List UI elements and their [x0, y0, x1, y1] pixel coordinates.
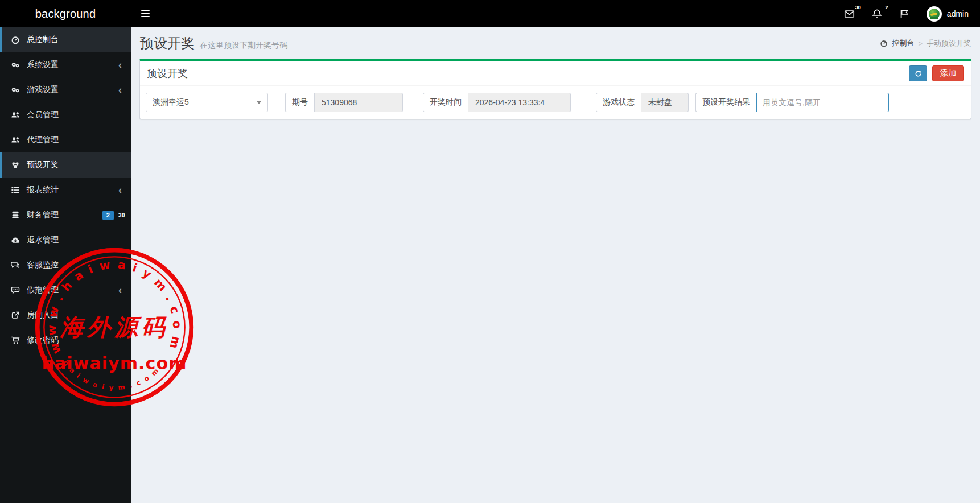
add-button[interactable]: 添加	[932, 65, 964, 81]
sidebar-item-room-entrance[interactable]: 房间入口	[0, 303, 131, 328]
finance-count-badge-2: 30	[118, 212, 125, 218]
breadcrumb: 控制台 > 手动预设开奖	[880, 38, 971, 48]
sidebar-item-fake-drag[interactable]: 假拖管理 ‹	[0, 278, 131, 303]
chevron-left-icon: ‹	[118, 185, 122, 195]
content-header: 预设开奖 在这里预设下期开奖号码 控制台 > 手动预设开奖	[131, 27, 980, 59]
sidebar-item-agents[interactable]: 代理管理	[0, 127, 131, 152]
refresh-icon	[915, 70, 922, 77]
top-navbar: background 30 2 admin	[0, 0, 980, 27]
page-title: 预设开奖	[140, 34, 195, 52]
dashboard-icon	[10, 35, 20, 45]
draw-time-label: 开奖时间	[423, 93, 468, 112]
sidebar-menu: 总控制台 系统设置 ‹ 游戏设置 ‹ 会员管理 代理管理 预设开奖 报表统计 ‹…	[0, 27, 131, 503]
main-content: 预设开奖 在这里预设下期开奖号码 控制台 > 手动预设开奖 预设开奖 添加 澳洲…	[131, 27, 980, 503]
user-menu-button[interactable]: admin	[927, 6, 969, 22]
game-select-value: 澳洲幸运5	[153, 97, 189, 108]
notifications-count-badge: 2	[886, 4, 888, 10]
hamburger-icon	[141, 9, 150, 19]
panel-header: 预设开奖 添加	[140, 61, 971, 86]
bell-icon	[872, 9, 882, 19]
game-select[interactable]: 澳洲幸运5	[146, 93, 268, 112]
game-status-group: 游戏状态 未封盘	[596, 93, 689, 112]
page-subtitle: 在这里预设下期开奖号码	[200, 40, 287, 51]
notifications-button[interactable]: 2	[872, 9, 882, 19]
tasks-button[interactable]	[899, 9, 909, 19]
sidebar-item-members[interactable]: 会员管理	[0, 102, 131, 127]
database-icon	[10, 211, 20, 220]
cart-icon	[10, 336, 20, 345]
sidebar-item-game-settings[interactable]: 游戏设置 ‹	[0, 77, 131, 102]
sidebar-toggle-button[interactable]	[131, 0, 160, 27]
messages-count-badge: 30	[855, 4, 861, 10]
sidebar-item-system-settings[interactable]: 系统设置 ‹	[0, 52, 131, 77]
refresh-button[interactable]	[909, 65, 927, 81]
preset-draw-panel: 预设开奖 添加 澳洲幸运5 期号 51309068 开奖时间 2026-04-2…	[139, 59, 971, 119]
sidebar-item-preset-draw[interactable]: 预设开奖	[0, 152, 131, 178]
preset-result-input[interactable]	[756, 93, 889, 112]
gears-icon	[10, 85, 20, 95]
issue-value: 51309068	[314, 93, 403, 112]
users-icon	[10, 135, 20, 145]
sidebar-item-dashboard[interactable]: 总控制台	[0, 27, 131, 52]
chevron-left-icon: ‹	[118, 285, 122, 295]
sidebar-item-change-password[interactable]: 修改密码	[0, 328, 131, 353]
preset-result-label: 预设开奖结果	[695, 93, 756, 112]
list-icon	[10, 185, 20, 195]
comments-icon	[10, 261, 20, 270]
panel-tools: 添加	[909, 65, 964, 81]
breadcrumb-home-link[interactable]: 控制台	[892, 38, 914, 48]
external-link-icon	[10, 311, 20, 320]
breadcrumb-separator: >	[918, 39, 923, 48]
app-logo[interactable]: background	[0, 0, 131, 27]
game-status-value: 未封盘	[641, 93, 689, 112]
chevron-left-icon: ‹	[118, 85, 122, 95]
envelope-icon	[844, 9, 855, 19]
chevron-down-icon	[257, 101, 261, 104]
gears-icon	[10, 60, 20, 70]
issue-label: 期号	[285, 93, 314, 112]
lottery-balls-icon	[10, 160, 20, 170]
draw-time-group: 开奖时间 2026-04-23 13:33:4	[423, 93, 571, 112]
finance-count-badge: 2	[102, 211, 114, 220]
preset-result-group: 预设开奖结果	[695, 93, 889, 112]
panel-title: 预设开奖	[147, 67, 188, 80]
breadcrumb-current: 手动预设开奖	[927, 38, 971, 48]
panel-body: 澳洲幸运5 期号 51309068 开奖时间 2026-04-23 13:33:…	[140, 86, 971, 119]
sidebar-item-rebate[interactable]: 返水管理	[0, 228, 131, 253]
topbar-actions: 30 2 admin	[844, 6, 980, 22]
cloud-download-icon	[10, 236, 20, 245]
chevron-left-icon: ‹	[118, 60, 122, 70]
game-status-label: 游戏状态	[596, 93, 641, 112]
issue-group: 期号 51309068	[285, 93, 403, 112]
flag-icon	[899, 9, 909, 19]
username-label: admin	[947, 9, 969, 18]
sidebar-item-reports[interactable]: 报表统计 ‹	[0, 178, 131, 203]
sidebar-item-service-monitor[interactable]: 客服监控	[0, 253, 131, 278]
dashboard-icon	[880, 39, 888, 47]
messages-button[interactable]: 30	[844, 9, 855, 19]
comment-dots-icon	[10, 286, 20, 295]
draw-time-value: 2026-04-23 13:33:4	[468, 93, 571, 112]
avatar	[927, 6, 942, 22]
users-icon	[10, 110, 20, 120]
sidebar-item-finance[interactable]: 财务管理 2 30	[0, 203, 131, 228]
